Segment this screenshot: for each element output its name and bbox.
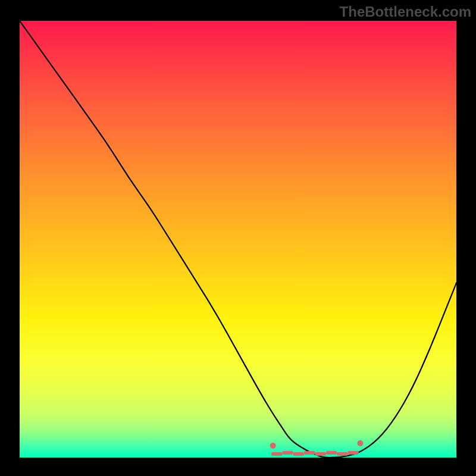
chart-svg [20,21,456,458]
flat-region-endpoint [358,440,364,446]
bottleneck-curve-line [20,21,456,458]
chart-area [20,21,456,458]
flat-region-endpoint [270,443,276,449]
flat-region-markers [270,440,364,454]
watermark-text: TheBottleneck.com [340,4,471,20]
